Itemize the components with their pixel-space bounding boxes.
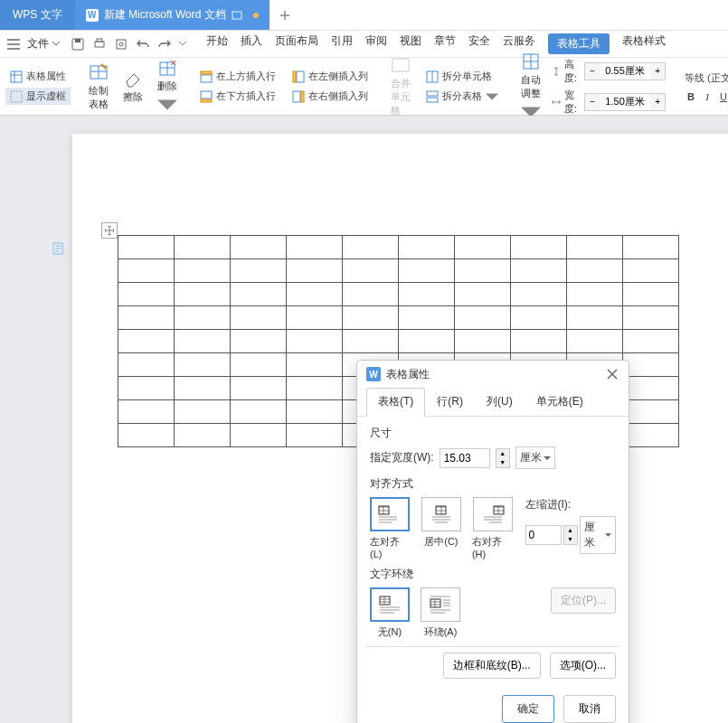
width-minus[interactable]: − [585, 94, 600, 110]
tab-cell[interactable]: 单元格(E) [525, 388, 595, 416]
indent-input[interactable] [525, 525, 562, 545]
borders-shading-button[interactable]: 边框和底纹(B)... [443, 653, 541, 679]
autofit-button[interactable]: 自动调整 [517, 50, 544, 124]
insert-row-above-button[interactable]: 在上方插入行 [195, 68, 280, 85]
close-button[interactable] [605, 367, 619, 381]
svg-rect-21 [427, 91, 438, 96]
undo-icon[interactable] [136, 37, 150, 52]
tab-layout[interactable]: 页面布局 [275, 33, 318, 54]
dialog-tabs: 表格(T) 行(R) 列(U) 单元格(E) [357, 388, 629, 417]
app-tab[interactable]: WPS 文字 [0, 0, 75, 30]
svg-rect-0 [232, 12, 241, 19]
split-table-button[interactable]: 拆分表格 [421, 88, 503, 105]
tab-review[interactable]: 审阅 [365, 33, 387, 54]
width-unit-select[interactable]: 厘米 [515, 446, 555, 469]
tab-section[interactable]: 章节 [434, 33, 456, 54]
table-row[interactable] [118, 330, 679, 353]
italic-button[interactable]: I [701, 91, 714, 102]
qat-dropdown-icon[interactable] [179, 42, 186, 46]
svg-rect-12 [201, 71, 212, 74]
options-button[interactable]: 选项(O)... [550, 653, 616, 679]
merge-cells-button: 合并单元格 [387, 53, 414, 119]
preferred-width-input[interactable] [440, 448, 490, 468]
wrap-none-option[interactable] [370, 587, 410, 622]
align-right-option[interactable] [473, 497, 513, 531]
table-properties-dialog: W 表格属性 表格(T) 行(R) 列(U) 单元格(E) 尺寸 指定宽度(W)… [356, 360, 629, 723]
tab-security[interactable]: 安全 [468, 33, 490, 54]
table-row[interactable] [118, 259, 679, 283]
table-row[interactable] [118, 283, 679, 306]
cancel-button[interactable]: 取消 [563, 695, 616, 723]
insert-col-right-button[interactable]: 在右侧插入列 [288, 88, 373, 105]
draw-table-button[interactable]: 绘制表格 [85, 61, 112, 113]
wrap-around-option[interactable] [421, 587, 460, 622]
tab-table[interactable]: 表格(T) [366, 388, 425, 417]
delete-button[interactable]: 删除 [154, 56, 181, 117]
height-minus[interactable]: − [585, 63, 600, 80]
svg-rect-5 [117, 40, 126, 49]
tab-start[interactable]: 开始 [206, 33, 228, 54]
underline-button[interactable]: U [717, 91, 728, 102]
dialog-title: 表格属性 [386, 367, 430, 382]
row-height-control[interactable]: 高度: −+ [552, 58, 666, 85]
indent-unit-select[interactable]: 厘米 [580, 516, 616, 554]
insert-row-below-button[interactable]: 在下方插入行 [195, 88, 280, 105]
tab-references[interactable]: 引用 [331, 33, 353, 54]
document-tab[interactable]: W 新建 Microsoft Word 文档 [75, 0, 269, 30]
print-icon[interactable] [92, 37, 107, 52]
align-right-label: 右对齐(H) [472, 535, 515, 559]
svg-rect-8 [11, 91, 22, 102]
width-spinner[interactable]: ▲▼ [496, 448, 510, 468]
svg-rect-16 [293, 71, 296, 82]
print-preview-icon[interactable] [114, 37, 128, 52]
svg-rect-14 [201, 99, 212, 102]
ok-button[interactable]: 确定 [502, 695, 554, 723]
table-move-handle[interactable] [101, 222, 118, 239]
svg-rect-18 [301, 91, 304, 102]
tab-insert[interactable]: 插入 [241, 33, 262, 54]
align-center-option[interactable] [421, 497, 461, 531]
redo-icon[interactable] [157, 37, 172, 52]
align-left-option[interactable] [370, 497, 410, 531]
tab-view[interactable]: 视图 [400, 33, 421, 54]
tab-row[interactable]: 行(R) [425, 388, 475, 416]
width-plus[interactable]: + [650, 94, 665, 110]
insert-col-left-button[interactable]: 在左侧插入列 [288, 68, 373, 85]
tab-column[interactable]: 列(U) [475, 388, 525, 416]
new-tab-button[interactable] [269, 0, 300, 30]
height-plus[interactable]: + [650, 63, 665, 80]
svg-rect-22 [427, 98, 438, 102]
bold-button[interactable]: B [685, 91, 697, 102]
file-menu[interactable]: 文件 [22, 34, 65, 53]
indent-spinner[interactable]: ▲▼ [563, 525, 578, 545]
tab-table-tools[interactable]: 表格工具 [548, 33, 610, 54]
svg-rect-17 [293, 91, 300, 102]
modified-indicator [253, 13, 259, 18]
menu-icon[interactable] [7, 39, 20, 50]
outline-icon[interactable] [52, 242, 65, 255]
wrap-around-label: 环绕(A) [424, 625, 458, 639]
dialog-titlebar[interactable]: W 表格属性 [357, 361, 629, 388]
col-width-control[interactable]: 宽度: −+ [552, 89, 666, 116]
tab-window-icon[interactable] [232, 11, 242, 20]
show-gridlines-button[interactable]: 显示虚框 [5, 88, 71, 105]
text-format-row: B I U [680, 89, 728, 104]
align-center-label: 居中(C) [424, 535, 458, 549]
height-input[interactable] [600, 63, 650, 80]
title-bar: WPS 文字 W 新建 Microsoft Word 文档 [0, 0, 728, 31]
table-row[interactable] [118, 306, 679, 330]
eraser-button[interactable]: 擦除 [119, 67, 147, 106]
positioning-button: 定位(P)... [551, 587, 616, 614]
indent-label: 左缩进(I): [525, 497, 616, 512]
svg-rect-25 [379, 506, 389, 514]
svg-rect-7 [11, 71, 22, 82]
wrap-section-label: 文字环绕 [370, 567, 616, 582]
table-row[interactable] [118, 236, 679, 259]
save-icon[interactable] [71, 37, 85, 52]
tab-table-style[interactable]: 表格样式 [622, 33, 666, 54]
menu-bar: 文件 开始 插入 页面布局 引用 审阅 视图 章节 安全 云服务 表格工具 表格… [0, 31, 728, 58]
width-input[interactable] [600, 94, 650, 110]
split-cells-button[interactable]: 拆分单元格 [421, 68, 503, 85]
font-family-select[interactable]: 等线 (正文) [680, 70, 728, 87]
table-properties-button[interactable]: 表格属性 [5, 68, 71, 85]
